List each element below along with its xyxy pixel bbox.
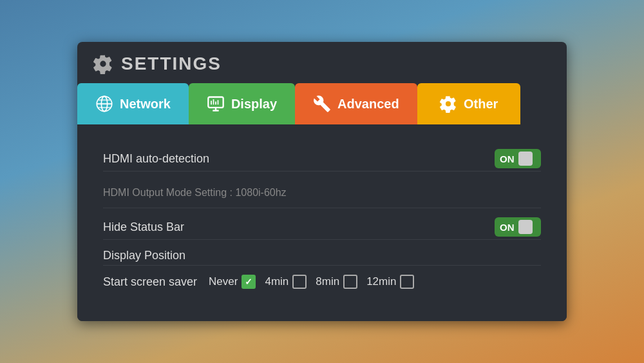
tab-network[interactable]: Network [77, 83, 189, 124]
hdmi-auto-detection-row: HDMI auto-detection ON [103, 140, 541, 172]
checkbox-8min-box [343, 275, 357, 289]
tools-icon [313, 95, 331, 113]
tab-advanced-label: Advanced [337, 97, 399, 112]
checkbox-8min-label: 8min [316, 275, 339, 288]
tab-network-label: Network [120, 97, 171, 112]
hdmi-auto-detection-toggle[interactable]: ON [495, 149, 541, 168]
checkbox-8min[interactable]: 8min [316, 275, 357, 289]
hdmi-output-mode-label: HDMI Output Mode Setting : 1080i-60hz [103, 181, 287, 205]
checkbox-never-box: ✓ [242, 275, 256, 289]
tab-advanced[interactable]: Advanced [295, 83, 417, 124]
hdmi-auto-detection-label: HDMI auto-detection [103, 152, 209, 166]
tab-other-label: Other [464, 97, 498, 112]
checkbox-4min-label: 4min [265, 275, 289, 288]
checkbox-12min-box [400, 275, 414, 289]
tabs-row: Network Display Advanced O [77, 83, 567, 124]
gear-icon [439, 95, 457, 113]
toggle-handle-2 [518, 220, 533, 234]
checkbox-12min-label: 12min [366, 275, 396, 288]
content-area: HDMI auto-detection ON HDMI Output Mode … [77, 124, 567, 321]
tab-display-label: Display [231, 97, 277, 112]
checkbox-never-label: Never [209, 275, 238, 288]
settings-container: SETTINGS Network Display [77, 42, 567, 321]
globe-icon [95, 95, 113, 113]
display-icon [207, 95, 225, 113]
checkbox-4min[interactable]: 4min [265, 275, 307, 289]
checkbox-never[interactable]: Never ✓ [209, 275, 256, 289]
tab-other[interactable]: Other [417, 83, 520, 124]
screen-saver-row: Start screen saver Never ✓ 4min 8min 12m… [103, 266, 541, 298]
checkbox-4min-box [292, 275, 307, 289]
settings-header: SETTINGS [77, 42, 567, 83]
hide-status-bar-toggle-label: ON [500, 222, 515, 233]
tab-display[interactable]: Display [189, 83, 295, 124]
hide-status-bar-toggle[interactable]: ON [495, 217, 541, 237]
hide-status-bar-label: Hide Status Bar [103, 221, 184, 234]
page-title: SETTINGS [121, 54, 222, 74]
checkbox-12min[interactable]: 12min [366, 275, 414, 289]
toggle-handle [518, 152, 533, 166]
gear-icon-title [93, 54, 113, 74]
display-position-label: Display Position [103, 249, 185, 262]
hdmi-auto-detection-toggle-label: ON [500, 153, 515, 164]
hide-status-bar-row: Hide Status Bar ON [103, 208, 541, 240]
display-position-row: Display Position [103, 240, 541, 266]
screen-saver-label: Start screen saver [103, 275, 197, 289]
hdmi-output-mode-row: HDMI Output Mode Setting : 1080i-60hz [103, 172, 541, 208]
